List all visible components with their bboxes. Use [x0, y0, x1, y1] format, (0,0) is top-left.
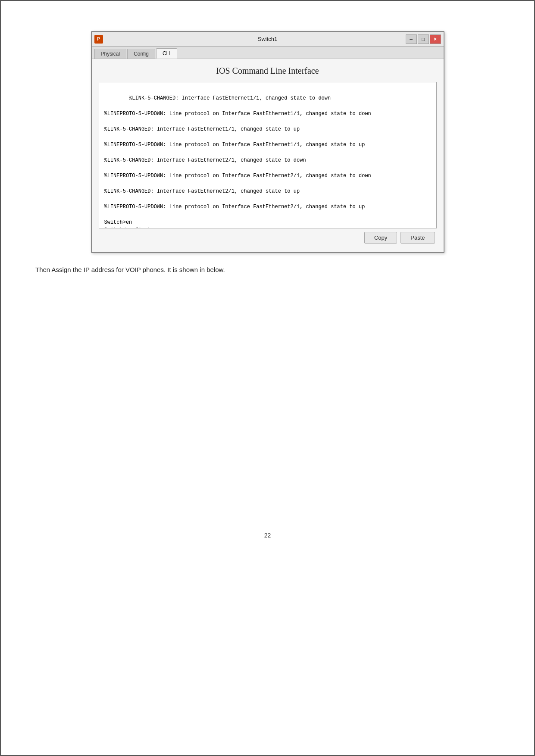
page-container: P Switch1 – □ × Physical Config CLI IOS … [14, 14, 521, 547]
maximize-button[interactable]: □ [418, 34, 429, 44]
simulator-window: P Switch1 – □ × Physical Config CLI IOS … [91, 31, 444, 253]
title-bar-left: P [94, 35, 103, 44]
paste-button[interactable]: Paste [400, 232, 435, 244]
title-bar: P Switch1 – □ × [92, 32, 444, 47]
copy-paste-bar: Copy Paste [99, 228, 437, 245]
close-button[interactable]: × [430, 34, 441, 44]
copy-button[interactable]: Copy [364, 232, 397, 244]
terminal-text: %LINK-5-CHANGED: Interface FastEthernet1… [104, 95, 371, 228]
tab-cli[interactable]: CLI [156, 48, 177, 59]
app-icon: P [94, 35, 103, 44]
body-text: Then Assign the IP address for VOIP phon… [31, 266, 504, 273]
page-number: 22 [31, 532, 504, 539]
minimize-button[interactable]: – [406, 34, 417, 44]
cli-heading: IOS Command Line Interface [99, 66, 437, 76]
tab-config[interactable]: Config [127, 49, 155, 59]
terminal-output[interactable]: %LINK-5-CHANGED: Interface FastEthernet1… [99, 82, 437, 228]
window-controls: – □ × [406, 34, 441, 44]
tabs-bar: Physical Config CLI [92, 47, 444, 59]
tab-physical[interactable]: Physical [94, 49, 127, 59]
cli-panel: IOS Command Line Interface %LINK-5-CHANG… [92, 59, 444, 252]
window-title: Switch1 [258, 36, 278, 42]
